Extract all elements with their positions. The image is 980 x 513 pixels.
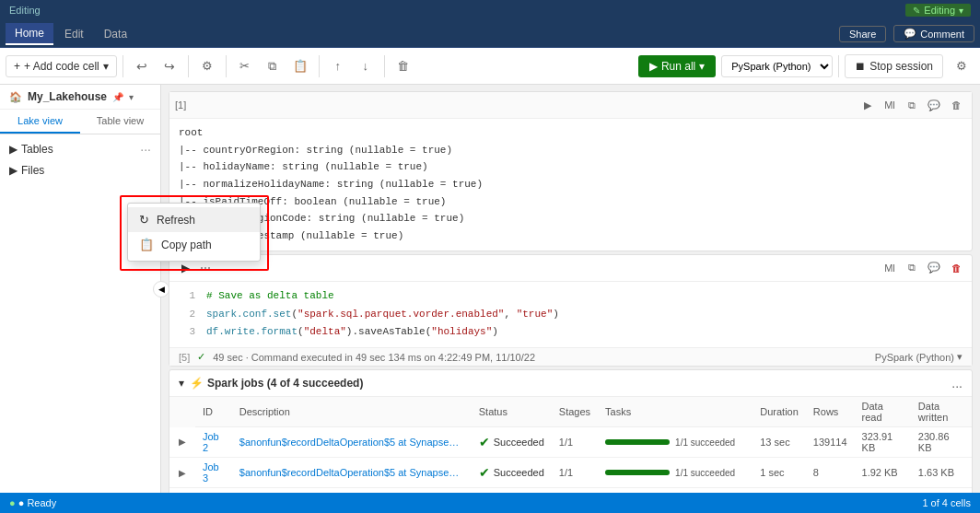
kernel-select[interactable]: PySpark (Python) xyxy=(721,55,833,77)
schema-line-3: |-- normalizeHolidayName: string (nullab… xyxy=(179,176,962,193)
undo-button[interactable]: ↩ xyxy=(129,53,155,79)
job-id[interactable]: Job 3 xyxy=(195,458,232,488)
context-menu-copy-path[interactable]: 📋 Copy path xyxy=(128,232,260,257)
cell-run-btn[interactable]: ▶ xyxy=(858,95,878,115)
settings-button[interactable]: ⚙ xyxy=(194,53,220,79)
sidebar-collapse-button[interactable]: ◀ xyxy=(153,281,169,297)
col-stages[interactable]: Stages xyxy=(552,397,598,427)
exec-check-icon: ✓ xyxy=(197,351,205,363)
chevron-down-icon[interactable]: ▾ xyxy=(129,92,134,102)
pencil-icon: ✎ xyxy=(913,6,920,16)
sidebar-tree: ▶ Tables ··· ▶ Files xyxy=(0,134,160,493)
cell-delete-btn[interactable]: 🗑 xyxy=(946,95,966,115)
col-duration[interactable]: Duration xyxy=(752,397,806,427)
spark-jobs-more-icon[interactable]: ... xyxy=(951,376,962,391)
sidebar-tabs: Lake view Table view xyxy=(0,110,160,134)
run-all-button[interactable]: ▶ Run all ▾ xyxy=(638,55,716,77)
paste-button[interactable]: 📋 xyxy=(287,53,313,79)
code-cell-toolbar: ▶ ⋯ Ml ⧉ 💬 🗑 xyxy=(169,255,972,282)
cell-comment-btn[interactable]: 💬 xyxy=(924,95,944,115)
menu-data[interactable]: Data xyxy=(95,24,136,44)
cell-copy-btn[interactable]: ⧉ xyxy=(902,95,922,115)
spark-jobs-table: ID Description Status Stages Tasks Durat… xyxy=(169,397,972,493)
exec-info-bar: [5] ✓ 49 sec · Command executed in 49 se… xyxy=(169,347,972,366)
move-down-button[interactable]: ↓ xyxy=(353,53,379,79)
code-line-2: 2 spark.conf.set("spark.sql.parquet.vord… xyxy=(179,306,962,324)
col-tasks[interactable]: Tasks xyxy=(598,397,752,427)
code-text-2: spark.conf.set("spark.sql.parquet.vorder… xyxy=(206,306,559,324)
job-duration: 1 sec xyxy=(752,458,806,488)
tab-lake-view[interactable]: Lake view xyxy=(0,110,80,134)
col-description[interactable]: Description xyxy=(232,397,472,427)
menu-home[interactable]: Home xyxy=(6,23,53,45)
job-rows: 54 xyxy=(806,488,855,493)
cell-count: 1 of 4 cells xyxy=(922,497,971,508)
line-num-1: 1 xyxy=(179,287,195,306)
cell-number-1: [1] xyxy=(175,99,203,111)
separator-4 xyxy=(319,55,320,77)
job-stages: 1/1 xyxy=(552,458,598,488)
cell-delete2-btn[interactable]: 🗑 xyxy=(946,258,966,278)
job-data-read: 1.63 KB xyxy=(855,488,911,493)
job-data-read: 323.91 KB xyxy=(855,427,911,458)
tables-more-icon[interactable]: ··· xyxy=(140,142,151,157)
success-icon: ✔ xyxy=(479,465,490,480)
menu-edit[interactable]: Edit xyxy=(55,24,93,44)
line-num-3: 3 xyxy=(179,323,195,342)
separator-5 xyxy=(384,55,385,77)
sidebar: 🏠 My_Lakehouse 📌 ▾ Lake view Table view … xyxy=(0,85,161,493)
separator-6 xyxy=(838,55,839,77)
exec-info-text: 49 sec · Command executed in 49 sec 134 … xyxy=(213,352,535,363)
tables-tree-item[interactable]: ▶ Tables ··· xyxy=(0,138,160,160)
editing-label: Editing xyxy=(924,5,955,16)
pin-icon[interactable]: 📌 xyxy=(112,92,123,102)
move-up-button[interactable]: ↑ xyxy=(325,53,351,79)
tab-table-view[interactable]: Table view xyxy=(80,110,160,134)
separator-1 xyxy=(122,55,123,77)
col-data-read[interactable]: Data read xyxy=(855,397,911,427)
col-data-written[interactable]: Data written xyxy=(911,397,972,427)
context-menu-refresh[interactable]: ↻ Refresh xyxy=(128,207,260,232)
redo-button[interactable]: ↪ xyxy=(157,53,182,79)
job-status: ✔ Succeeded xyxy=(472,458,552,488)
job-description[interactable]: $anonfun$recordDeltaOperation$5 at Synap… xyxy=(232,458,472,488)
line-num-2: 2 xyxy=(179,306,195,324)
col-status[interactable]: Status xyxy=(472,397,552,427)
table-row: ▶ Job 4 $anonfun$recordDeltaOperation$5 … xyxy=(169,488,972,493)
col-id[interactable]: ID xyxy=(195,397,232,427)
spark-collapse-btn[interactable]: ▾ xyxy=(179,377,184,390)
cell-copy2-btn[interactable]: ⧉ xyxy=(902,258,922,278)
tasks-label: 1/1 succeeded xyxy=(675,468,735,478)
comment-button[interactable]: 💬 Comment xyxy=(893,25,974,42)
copy-button[interactable]: ⧉ xyxy=(260,53,286,79)
spark-jobs-header: ▾ ⚡ Spark jobs (4 of 4 succeeded) ... xyxy=(169,370,972,397)
job-expand-btn[interactable]: ▶ xyxy=(175,435,190,449)
job-data-written: 230.86 KB xyxy=(911,427,972,458)
job-data-written: 4.3 KB xyxy=(911,488,972,493)
add-code-cell-button[interactable]: + + Add code cell ▾ xyxy=(6,55,117,77)
cell-ml-btn[interactable]: Ml xyxy=(880,258,900,278)
schema-line-2: |-- holidayName: string (nullable = true… xyxy=(179,158,962,176)
job-duration: 6 sec xyxy=(752,488,806,493)
job-rows: 8 xyxy=(806,458,855,488)
editing-badge[interactable]: ✎ Editing ▾ xyxy=(905,4,971,17)
delete-button[interactable]: 🗑 xyxy=(391,53,416,79)
job-id[interactable]: Job 2 xyxy=(195,427,232,458)
job-id[interactable]: Job 4 xyxy=(195,488,232,493)
app-title: Editing xyxy=(9,5,41,16)
job-description[interactable]: $anonfun$recordDeltaOperation$5 at Synap… xyxy=(232,427,472,458)
chevron-down-icon: ▾ xyxy=(103,60,109,73)
files-tree-item[interactable]: ▶ Files xyxy=(0,160,160,181)
cell-comment2-btn[interactable]: 💬 xyxy=(924,258,944,278)
cell-format-btn[interactable]: Ml xyxy=(880,95,900,115)
cut-button[interactable]: ✂ xyxy=(232,53,258,79)
job-status: ✔ Succeeded xyxy=(472,488,552,493)
tasks-label: 1/1 succeeded xyxy=(675,437,735,448)
job-expand-btn[interactable]: ▶ xyxy=(175,465,190,480)
settings2-button[interactable]: ⚙ xyxy=(949,53,974,79)
progress-bar-bg xyxy=(605,470,670,475)
col-rows[interactable]: Rows xyxy=(806,397,855,427)
job-description[interactable]: $anonfun$recordDeltaOperation$5 at Synap… xyxy=(232,488,472,493)
stop-session-button[interactable]: ⏹ Stop session xyxy=(845,54,943,78)
share-button[interactable]: Share xyxy=(839,26,886,42)
